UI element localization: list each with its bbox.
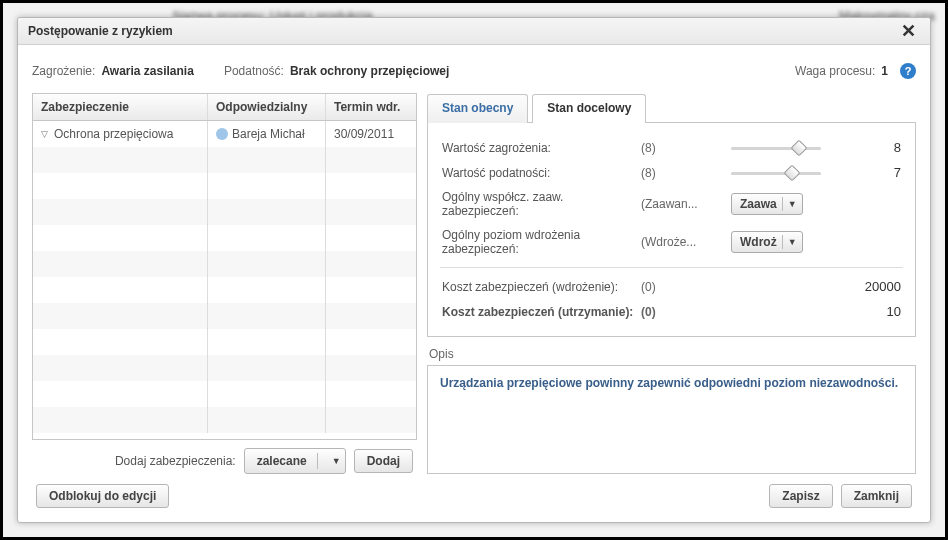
vuln-slider-value: 7 xyxy=(851,165,901,180)
weight-value: 1 xyxy=(881,64,888,78)
safeguards-grid: Zabezpieczenie Odpowiedzialny Termin wdr… xyxy=(32,93,417,440)
dialog-titlebar: Postępowanie z ryzykiem ✕ xyxy=(18,18,930,45)
threat-label: Zagrożenie: xyxy=(32,64,95,78)
help-icon[interactable]: ? xyxy=(900,63,916,79)
row-cost-impl: Koszt zabezpieczeń (wdrożenie): (0) 2000… xyxy=(442,274,901,299)
table-row xyxy=(33,199,416,225)
col-responsible[interactable]: Odpowiedzialny xyxy=(208,94,326,120)
table-row xyxy=(33,147,416,173)
row-vuln-value: Wartość podatności: (8) 7 xyxy=(442,160,901,185)
table-row xyxy=(33,225,416,251)
left-column: Zabezpieczenie Odpowiedzialny Termin wdr… xyxy=(32,93,417,474)
grid-header: Zabezpieczenie Odpowiedzialny Termin wdr… xyxy=(33,94,416,121)
tab-target-state[interactable]: Stan docelowy xyxy=(532,94,646,123)
row-impl-level: Ogólny poziom wdrożenia zabezpieczeń: (W… xyxy=(442,223,901,261)
add-button[interactable]: Dodaj xyxy=(354,449,413,473)
app-backdrop: Nazwa procesu: Usługi i produkcja Maksym… xyxy=(0,0,948,540)
tab-current-state[interactable]: Stan obecny xyxy=(427,94,528,123)
implementation-dropdown[interactable]: Wdroż▼ xyxy=(731,231,803,253)
dialog-footer: Odblokuj do edycji Zapisz Zamknij xyxy=(32,474,916,512)
table-row xyxy=(33,251,416,277)
recommended-dropdown-label: zalecane xyxy=(257,454,307,468)
close-button[interactable]: Zamknij xyxy=(841,484,912,508)
row-adv-coeff: Ogólny współcz. zaaw. zabezpieczeń: (Zaa… xyxy=(442,185,901,223)
row-cost-maint: Koszt zabezpieczeń (utrzymanie): (0) 10 xyxy=(442,299,901,324)
table-row xyxy=(33,407,416,433)
vuln-label: Podatność: xyxy=(224,64,284,78)
table-row xyxy=(33,355,416,381)
row-threat-value: Wartość zagrożenia: (8) 8 xyxy=(442,135,901,160)
threat-value: Awaria zasilania xyxy=(101,64,194,78)
table-row xyxy=(33,303,416,329)
add-safeguard-row: Dodaj zabezpieczenia: zalecane ▼ Dodaj xyxy=(32,440,417,474)
description-textarea[interactable]: Urządzania przepięciowe powinny zapewnić… xyxy=(427,365,916,474)
col-deadline[interactable]: Termin wdr. xyxy=(326,94,416,120)
risk-dialog: Postępowanie z ryzykiem ✕ Zagrożenie: Aw… xyxy=(17,17,931,523)
close-icon[interactable]: ✕ xyxy=(897,24,920,38)
caret-down-icon: ▼ xyxy=(332,456,341,466)
table-row xyxy=(33,277,416,303)
right-column: Stan obecny Stan docelowy Wartość zagroż… xyxy=(427,93,916,474)
table-row xyxy=(33,173,416,199)
save-button[interactable]: Zapisz xyxy=(769,484,832,508)
cell-responsible: Bareja Michał xyxy=(232,127,305,141)
recommended-dropdown[interactable]: zalecane ▼ xyxy=(244,448,346,474)
content-area: Zabezpieczenie Odpowiedzialny Termin wdr… xyxy=(32,93,916,474)
description-text: Urządzania przepięciowe powinny zapewnić… xyxy=(440,376,898,390)
unlock-edit-button[interactable]: Odblokuj do edycji xyxy=(36,484,169,508)
advancement-dropdown[interactable]: Zaawa▼ xyxy=(731,193,803,215)
table-row xyxy=(33,329,416,355)
context-header: Zagrożenie: Awaria zasilania Podatność: … xyxy=(32,63,916,79)
add-label: Dodaj zabezpieczenia: xyxy=(115,454,236,468)
expand-icon[interactable]: ▽ xyxy=(41,129,48,139)
caret-down-icon: ▼ xyxy=(788,237,797,247)
grid-body: ▽Ochrona przepięciowa Bareja Michał 30/0… xyxy=(33,121,416,436)
weight-label: Waga procesu: xyxy=(795,64,875,78)
vuln-value: Brak ochrony przepięciowej xyxy=(290,64,449,78)
col-safeguard[interactable]: Zabezpieczenie xyxy=(33,94,208,120)
cost-maint-value: 10 xyxy=(851,304,901,319)
threat-slider-value: 8 xyxy=(851,140,901,155)
cell-safeguard: Ochrona przepięciowa xyxy=(54,127,173,141)
table-row[interactable]: ▽Ochrona przepięciowa Bareja Michał 30/0… xyxy=(33,121,416,147)
cell-deadline: 30/09/2011 xyxy=(334,127,394,141)
description-label: Opis xyxy=(429,347,916,361)
dialog-title: Postępowanie z ryzykiem xyxy=(28,24,173,38)
caret-down-icon: ▼ xyxy=(788,199,797,209)
vuln-slider[interactable] xyxy=(731,166,821,180)
cost-impl-value: 20000 xyxy=(851,279,901,294)
target-state-panel: Wartość zagrożenia: (8) 8 Wartość podatn… xyxy=(427,122,916,337)
dialog-body: Zagrożenie: Awaria zasilania Podatność: … xyxy=(18,45,930,522)
person-icon xyxy=(216,128,228,140)
state-tabs: Stan obecny Stan docelowy xyxy=(427,94,916,123)
table-row xyxy=(33,381,416,407)
threat-slider[interactable] xyxy=(731,141,821,155)
